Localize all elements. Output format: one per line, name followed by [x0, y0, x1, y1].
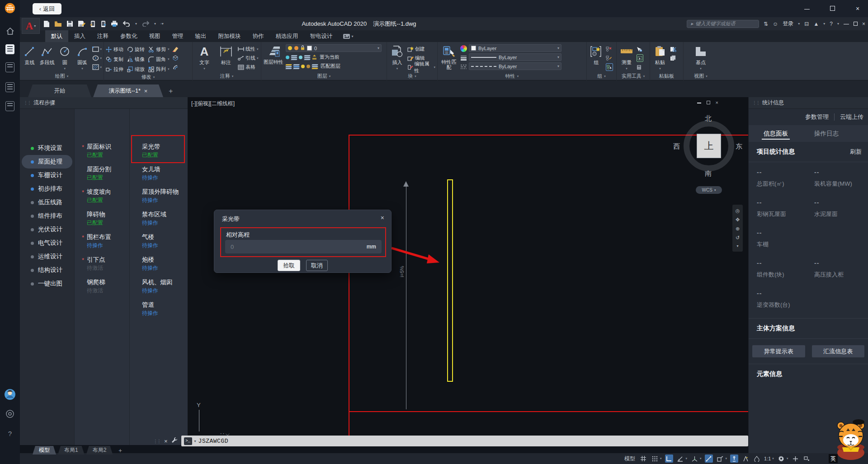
color-wheel-icon[interactable]	[460, 45, 467, 52]
rail-panel-icon-3[interactable]	[4, 81, 16, 93]
open-from-mobile-icon[interactable]	[90, 20, 96, 28]
tab-operation-log[interactable]: 操作日志	[814, 125, 839, 142]
panel-label-view[interactable]: 视图▾	[684, 72, 718, 80]
polar-toggle-icon[interactable]	[676, 455, 684, 463]
ribbon-image-menu[interactable]: ▾	[339, 30, 358, 42]
stage-electrical-design[interactable]: 电气设计	[22, 236, 72, 250]
ortho-toggle-icon[interactable]	[665, 455, 673, 463]
tool-rotate[interactable]: 旋转	[127, 45, 145, 54]
viewport-close-icon[interactable]: ×	[716, 100, 718, 105]
person-icon[interactable]: ☺	[773, 21, 778, 27]
acad-restore-icon[interactable]	[854, 21, 858, 27]
stage-structure-design[interactable]: 结构设计	[22, 263, 72, 277]
step-roof-split[interactable]: 屋面分割已配置	[75, 165, 129, 187]
ribbon-tab-default[interactable]: 默认	[45, 30, 68, 42]
ribbon-tab-insert[interactable]: 插入	[68, 30, 91, 42]
lineweight-toggle-icon[interactable]	[741, 455, 750, 463]
ribbon-tab-addins[interactable]: 附加模块	[212, 30, 247, 42]
alert-caret-icon[interactable]: ▾	[823, 22, 825, 26]
rail-panel-icon-4[interactable]	[4, 100, 16, 112]
panel-label-annotate[interactable]: 注释▾	[193, 72, 261, 80]
calculator-icon[interactable]	[637, 63, 643, 71]
sync-icon[interactable]: ⇅	[764, 21, 768, 27]
panel-label-draw[interactable]: 绘图▾	[20, 72, 104, 80]
pick-button[interactable]: 拾取	[278, 260, 300, 271]
tool-move[interactable]: 移动	[106, 45, 123, 54]
tool-quick-select[interactable]	[637, 45, 643, 53]
viewcube-south[interactable]: 南	[705, 169, 712, 178]
help-icon[interactable]: ?	[4, 427, 16, 439]
tool-create-block[interactable]: 创建	[407, 45, 435, 53]
chevron-down-icon[interactable]: ▾	[700, 457, 702, 460]
stage-carport-design[interactable]: 车棚设计	[22, 169, 72, 182]
tool-copy[interactable]: 复制	[106, 55, 123, 64]
maximize-icon[interactable]	[827, 5, 837, 12]
tool-leader[interactable]: 引线▾	[238, 54, 259, 62]
tool-paste-special[interactable]	[637, 54, 643, 62]
alert-icon[interactable]: ▲	[813, 21, 819, 27]
relative-elevation-field[interactable]: mm	[225, 240, 382, 253]
user-avatar[interactable]	[4, 389, 16, 400]
redo-caret-icon[interactable]: ▾	[154, 22, 156, 26]
rail-panel-icon-active[interactable]	[4, 43, 16, 55]
grip-icon[interactable]: ⋮⋮	[153, 439, 160, 444]
daylight-strip-outline[interactable]	[447, 179, 453, 382]
relative-elevation-input[interactable]	[231, 244, 367, 250]
osnap-icon[interactable]	[716, 455, 724, 463]
tool-fillet[interactable]: 圆角▾	[148, 55, 170, 64]
login-caret-icon[interactable]: ▾	[798, 22, 800, 26]
ribbon-tab-annotate[interactable]: 注释	[91, 30, 114, 42]
tool-copy-clip[interactable]	[670, 54, 676, 62]
tool-group[interactable]: 组	[589, 44, 604, 66]
open-folder-icon[interactable]	[54, 21, 62, 27]
brand-logo-icon[interactable]	[4, 2, 16, 14]
chevron-down-icon[interactable]: ▾	[726, 457, 727, 460]
nav-pan-icon[interactable]: ✥	[736, 217, 740, 222]
tool-group-edit[interactable]	[606, 54, 613, 62]
tool-match-properties[interactable]: 特性匹配	[439, 44, 458, 70]
layer-stack-icon[interactable]	[286, 64, 292, 69]
lineweight-select[interactable]: ByLayer ▾	[469, 53, 561, 61]
tool-scale[interactable]: 缩放	[127, 65, 145, 74]
tool-mirror[interactable]: 镜像	[127, 55, 145, 64]
command-input[interactable]: >_ ▾ JSZAWCGD	[181, 436, 748, 446]
refresh-link[interactable]: 刷新	[850, 148, 862, 156]
viewcube-top-face[interactable]: 上	[697, 134, 721, 158]
tiger-mascot[interactable]	[833, 419, 868, 463]
step-ladder[interactable]: 钢爬梯待激活	[75, 278, 129, 300]
panel-label-modify[interactable]: 修改▾	[104, 74, 192, 80]
chevron-down-icon[interactable]: ▾	[772, 457, 774, 460]
layout-tab-1[interactable]: 布局1	[58, 446, 85, 455]
stage-lv-lines[interactable]: 低压线路	[22, 196, 72, 209]
tool-trim[interactable]: 修剪▾	[148, 45, 170, 54]
acad-minimize-icon[interactable]	[844, 21, 849, 27]
step-obstacle[interactable]: 障碍物已配置	[75, 210, 129, 233]
tool-circle[interactable]: 圆 ▾	[57, 44, 73, 70]
tool-cut[interactable]	[670, 45, 676, 53]
layer-unlock-icon[interactable]	[307, 65, 310, 68]
transparency-toggle-icon[interactable]	[753, 455, 761, 463]
set-current-label[interactable]: 置为当前	[320, 54, 340, 61]
panel-label-properties[interactable]: 特性▾	[438, 72, 586, 80]
annotation-scale-value[interactable]: 1:1	[764, 456, 771, 461]
clean-screen-icon[interactable]	[802, 455, 811, 463]
stage-pv-design[interactable]: 光伏设计	[22, 223, 72, 236]
layer-on-icon[interactable]	[301, 65, 305, 68]
stats-panel-header[interactable]: ⋮⋮ 统计信息	[749, 97, 868, 109]
statusbar-model-label[interactable]: 模型	[624, 455, 635, 463]
step-fence[interactable]: *围栏布置待操作	[75, 233, 129, 255]
lineweight-icon[interactable]	[460, 54, 467, 61]
layer-stack-icon[interactable]	[304, 55, 310, 60]
panel-label-clipboard[interactable]: 粘贴板	[650, 72, 683, 80]
anomaly-table-button[interactable]: 异常提示表	[752, 345, 805, 357]
layer-stack-icon[interactable]	[312, 64, 318, 69]
tool-base-point[interactable]: 基点 ▾	[691, 44, 711, 70]
step-daylight-strip[interactable]: 采光带已配置	[130, 142, 188, 165]
isodraft-icon[interactable]	[690, 455, 698, 463]
app-menu-button[interactable]: A ▾	[22, 18, 40, 34]
ribbon-tab-output[interactable]: 输出	[189, 30, 212, 42]
ribbon-tab-smart-electric[interactable]: 智电设计	[304, 30, 339, 42]
layer-select[interactable]: 0 ▾	[286, 44, 382, 52]
viewcube-east[interactable]: 东	[736, 142, 742, 151]
tool-ungroup[interactable]	[606, 45, 613, 53]
